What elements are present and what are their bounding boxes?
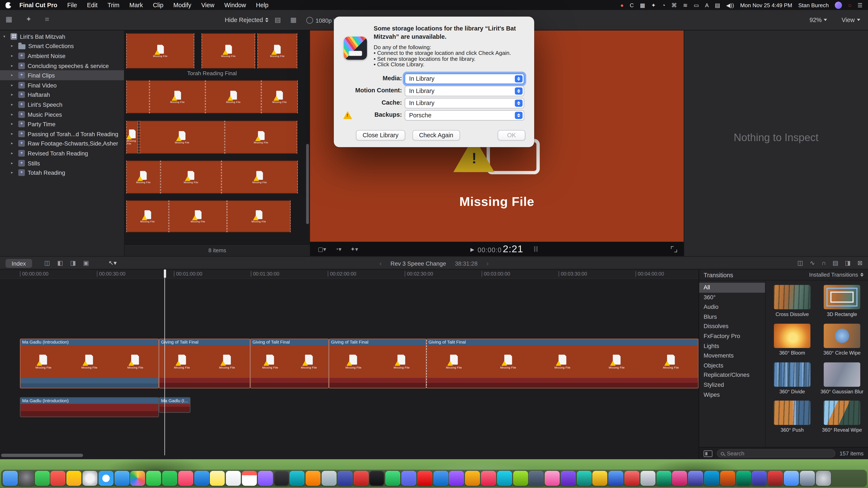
sidebar-item-final-clips[interactable]: ▸✦Final Clips xyxy=(0,70,124,80)
disclosure-triangle-icon[interactable]: ▸ xyxy=(11,141,16,146)
play-icon[interactable]: ▶ xyxy=(470,247,474,252)
transition-360-gaussian-blur[interactable]: 360° Gaussian Blur xyxy=(817,362,866,395)
status-icon[interactable]: ⌘ xyxy=(671,2,677,8)
status-icon[interactable]: ● xyxy=(620,2,624,8)
category-fxfactory-pro[interactable]: FxFactory Pro xyxy=(699,331,765,341)
status-icon[interactable]: A xyxy=(705,2,709,8)
dock-app-icon[interactable] xyxy=(35,471,50,486)
dock-app-icon[interactable] xyxy=(704,471,719,486)
sidebar-item-concluding-speeches-service[interactable]: ▸✦Concluding speeches & service xyxy=(0,61,124,70)
transition-cross-dissolve[interactable]: Cross Dissolve xyxy=(768,285,816,318)
dock-app-icon[interactable] xyxy=(433,471,448,486)
timeline-clip[interactable]: Giving of Talit FinalMissing FileMissing… xyxy=(250,339,329,388)
dock-app-icon[interactable] xyxy=(609,471,624,486)
sidebar-item-raw-footage-schwarts-side-asher[interactable]: ▸✦Raw Footage-Schwarts,Side,Asher xyxy=(0,138,124,148)
status-icon[interactable]: ▤ xyxy=(715,2,720,8)
dialog-select-backups[interactable]: Porsche xyxy=(405,110,524,121)
dock-app-icon[interactable] xyxy=(481,471,496,486)
dock-app-icon[interactable] xyxy=(417,471,432,486)
category-360[interactable]: 360° xyxy=(699,293,765,302)
disclosure-triangle-icon[interactable]: ▸ xyxy=(11,161,16,165)
status-icon[interactable]: ◔ xyxy=(662,2,665,8)
sidebar-item-revised-torah-reading[interactable]: ▸✦Revised Torah Reading xyxy=(0,148,124,158)
dock-app-icon[interactable] xyxy=(115,471,129,486)
timeline-tool-icon[interactable]: ◫ xyxy=(44,259,50,267)
project-name[interactable]: Rev 3 Speee Change xyxy=(391,260,446,267)
dialog-select-cache[interactable]: In Library xyxy=(405,98,524,108)
dock-app-icon[interactable] xyxy=(641,471,655,486)
transition-360-divide[interactable]: 360° Divide xyxy=(768,362,816,395)
dialog-select-motion-content[interactable]: In Library xyxy=(405,86,524,96)
category-stylized[interactable]: Stylized xyxy=(699,380,765,390)
menu-clip[interactable]: Clip xyxy=(148,2,168,8)
clip-filter-dropdown[interactable]: Hide Rejected xyxy=(225,17,269,23)
dock-app-icon[interactable] xyxy=(51,471,66,486)
dock-app-icon[interactable] xyxy=(656,471,671,486)
disclosure-triangle-icon[interactable]: ▸ xyxy=(11,73,16,77)
sidebar-item-lirit-s-speech[interactable]: ▸✦Lirit's Speech xyxy=(0,100,124,109)
timeline-tool-icon[interactable]: ▣ xyxy=(83,259,89,267)
audio-meters-icon[interactable] xyxy=(534,246,538,252)
disclosure-triangle-icon[interactable]: ▸ xyxy=(11,54,16,58)
browser-clip[interactable]: Missing File xyxy=(126,200,169,233)
pointer-tool-dropdown[interactable]: ↖▾ xyxy=(108,259,117,267)
browser-clip[interactable]: Missing File xyxy=(169,200,227,233)
dock-app-icon[interactable] xyxy=(274,471,289,486)
timeline-option-icon[interactable]: ◨ xyxy=(845,259,850,267)
browser-clip[interactable]: Missing File xyxy=(257,33,297,69)
dock-app-icon[interactable] xyxy=(258,471,273,486)
connected-clip[interactable]: Ma Gadlu (Introduction) xyxy=(20,397,159,417)
sidebar-item-party-time[interactable]: ▸✦Party Time xyxy=(0,119,124,129)
menu-trim[interactable]: Trim xyxy=(102,2,124,8)
connected-clip[interactable]: Ma Gadlu (I... xyxy=(159,397,190,413)
dock-app-icon[interactable] xyxy=(194,471,209,486)
ok-button[interactable]: OK xyxy=(498,130,525,141)
timeline-option-icon[interactable]: ▤ xyxy=(833,259,838,267)
timeline-scrollbar[interactable] xyxy=(1,454,83,457)
menu-mark[interactable]: Mark xyxy=(124,2,148,8)
timecode-display[interactable]: ▶ 00:00:0 2:21 xyxy=(470,243,523,255)
check-again-button[interactable]: Check Again xyxy=(412,130,460,141)
dock-app-icon[interactable] xyxy=(561,471,576,486)
dock-app-icon[interactable] xyxy=(816,471,831,486)
status-icon[interactable]: ☰ xyxy=(858,2,862,8)
category-dissolves[interactable]: Dissolves xyxy=(699,322,765,331)
category-objects[interactable]: Objects xyxy=(699,361,765,370)
transition-360-reveal-wipe[interactable]: 360° Reveal Wipe xyxy=(817,401,866,433)
dock-app-icon[interactable] xyxy=(577,471,592,486)
status-icon[interactable]: ◌ xyxy=(848,2,851,8)
status-icon[interactable]: ✦ xyxy=(651,2,656,8)
dock-app-icon[interactable] xyxy=(736,471,751,486)
playhead[interactable] xyxy=(164,269,165,455)
browser-clip[interactable]: Missing File xyxy=(126,33,194,69)
sidebar-item-smart-collections[interactable]: ▸Smart Collections xyxy=(0,41,124,51)
category-lights[interactable]: Lights xyxy=(699,341,765,351)
dock-app-icon[interactable] xyxy=(210,471,225,486)
installed-transitions-dropdown[interactable]: Installed Transitions xyxy=(809,272,864,278)
dock-app-icon[interactable] xyxy=(162,471,177,486)
transitions-search-input[interactable]: Search xyxy=(717,449,835,457)
disclosure-triangle-icon[interactable]: ▸ xyxy=(11,44,16,48)
thumbnail-view-icon[interactable] xyxy=(704,450,712,457)
browser-clip[interactable]: Missing File xyxy=(202,33,255,69)
dock-app-icon[interactable] xyxy=(720,471,735,486)
dock-app-icon[interactable] xyxy=(385,471,400,486)
sidebar-item-final-video[interactable]: ▸✦Final Video xyxy=(0,80,124,90)
status-icon[interactable]: ▭ xyxy=(694,2,699,8)
close-library-button[interactable]: Close Library xyxy=(356,130,405,141)
toolbar-icon[interactable]: ▦ xyxy=(5,15,12,24)
dock-app-icon[interactable] xyxy=(3,471,18,486)
toolbar-icon[interactable]: ⌗ xyxy=(45,15,49,24)
browser-scrollbar[interactable] xyxy=(306,144,309,224)
menubar-clock[interactable]: Mon Nov 25 4:49 PM xyxy=(740,2,792,8)
menu-window[interactable]: Window xyxy=(219,2,251,8)
viewer-zoom-dropdown[interactable]: 92% xyxy=(809,17,827,23)
dock-app-icon[interactable] xyxy=(338,471,352,486)
transition-3d-rectangle[interactable]: 3D Rectangle xyxy=(817,285,866,318)
toolbar-icon[interactable]: ▦ xyxy=(290,16,297,24)
browser-clip[interactable]: Missing File xyxy=(205,80,261,113)
category-all[interactable]: All xyxy=(699,283,765,293)
timeline-option-icon[interactable]: ∩ xyxy=(822,259,826,267)
dock-app-icon[interactable] xyxy=(19,471,34,486)
timeline-option-icon[interactable]: ⊠ xyxy=(858,259,863,267)
